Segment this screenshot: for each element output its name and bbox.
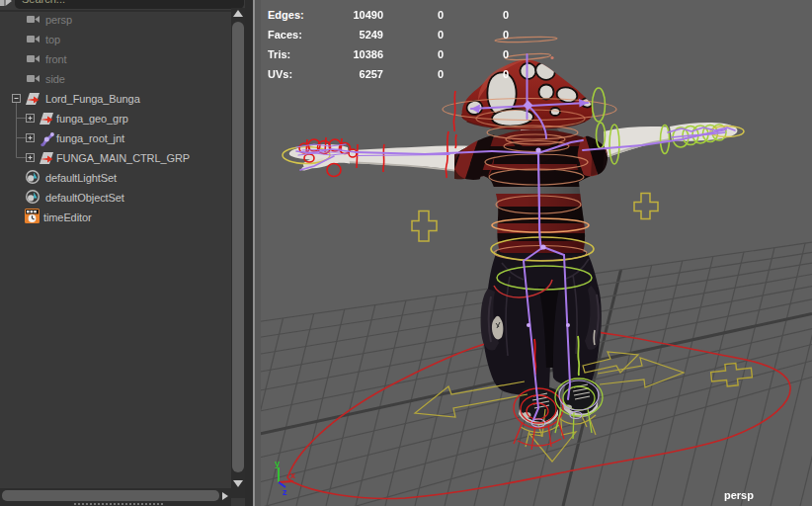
svg-text:z: z <box>283 487 287 497</box>
svg-text:x: x <box>290 470 295 480</box>
svg-text:y: y <box>275 459 280 468</box>
